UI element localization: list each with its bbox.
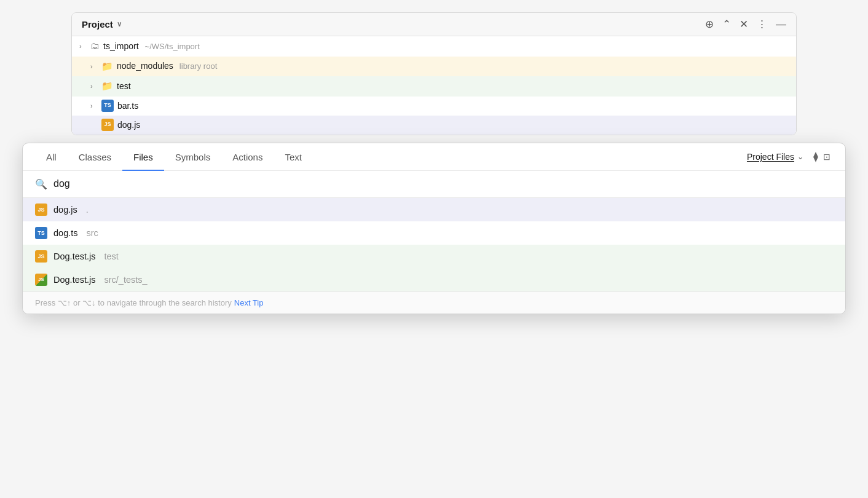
result-item-dog-test-js-2[interactable]: JS Dog.test.js src/_tests_ <box>23 268 845 291</box>
more-options-icon[interactable]: ⋮ <box>757 19 767 30</box>
js-test-file-icon: JS <box>35 274 47 286</box>
panel-title-label: Project <box>82 19 113 30</box>
tab-symbols[interactable]: Symbols <box>164 143 222 171</box>
close-icon[interactable]: ✕ <box>740 19 748 30</box>
result-label: dog.ts <box>53 228 78 238</box>
locate-icon[interactable]: ⊕ <box>705 19 714 30</box>
arrow-icon: › <box>79 41 87 52</box>
preview-icon[interactable]: ⊡ <box>821 149 833 164</box>
expand-collapse-icon[interactable]: ⌃ <box>722 19 731 30</box>
scope-label: Project Files <box>747 152 794 162</box>
panel-title-chevron-icon: ∨ <box>117 20 122 28</box>
tree-item-dog-js[interactable]: JS dog.js <box>72 116 796 135</box>
tree-item-node_modules[interactable]: › 📁 node_modules library root <box>72 57 796 77</box>
result-label: Dog.test.js <box>53 251 96 261</box>
panel-header: Project ∨ ⊕ ⌃ ✕ ⋮ — <box>72 13 796 36</box>
folder-icon: 📁 <box>101 60 113 74</box>
minimize-icon[interactable]: — <box>776 19 786 30</box>
tab-text[interactable]: Text <box>274 143 313 171</box>
tree-item-label: node_modules <box>117 60 173 73</box>
search-icon: 🔍 <box>35 178 47 190</box>
result-label: dog.js <box>53 205 77 215</box>
tree-item-label: test <box>117 80 131 93</box>
status-text: Press ⌥↑ or ⌥↓ to navigate through the s… <box>35 298 232 307</box>
tab-all[interactable]: All <box>35 143 68 171</box>
js-file-icon: JS <box>101 119 114 131</box>
search-input-area: 🔍 <box>23 171 845 198</box>
ts-file-icon: TS <box>101 100 114 112</box>
result-item-dog-js[interactable]: JS dog.js . <box>23 198 845 221</box>
search-popup: All Classes Files Symbols Actions Text P… <box>22 143 846 314</box>
tree-item-bar-ts[interactable]: › TS bar.ts <box>72 97 796 116</box>
tree-item-label: bar.ts <box>117 100 138 113</box>
tab-classes[interactable]: Classes <box>68 143 122 171</box>
search-input[interactable] <box>53 178 833 189</box>
search-tabs-bar: All Classes Files Symbols Actions Text P… <box>23 143 845 171</box>
filter-icon[interactable]: ⧫ <box>811 148 821 165</box>
project-panel: Project ∨ ⊕ ⌃ ✕ ⋮ — › 🗂 ts_import ~/WS/t… <box>71 12 797 135</box>
ts-file-icon: TS <box>35 227 47 239</box>
next-tip-button[interactable]: Next Tip <box>234 298 264 307</box>
panel-header-actions: ⊕ ⌃ ✕ ⋮ — <box>705 19 786 30</box>
search-results: JS dog.js . TS dog.ts src JS Dog.test.js… <box>23 198 845 291</box>
arrow-icon: › <box>90 101 98 111</box>
tree-item-label: ts_import <box>103 40 139 53</box>
result-path: src <box>87 228 98 238</box>
scope-dropdown[interactable]: Project Files ⌄ <box>747 152 803 162</box>
tree-item-badge: library root <box>180 60 217 73</box>
result-path: . <box>86 205 89 215</box>
tree-item-label: dog.js <box>117 119 140 132</box>
js-file-icon: JS <box>35 250 47 263</box>
result-path: test <box>105 251 119 261</box>
folder-icon: 📁 <box>101 79 113 93</box>
result-label: Dog.test.js <box>53 275 96 285</box>
result-path: src/_tests_ <box>105 275 148 285</box>
scope-chevron-icon: ⌄ <box>797 152 803 161</box>
arrow-icon: › <box>90 61 98 72</box>
arrow-icon: › <box>90 81 98 92</box>
result-item-dog-test-js-1[interactable]: JS Dog.test.js test <box>23 245 845 268</box>
js-file-icon: JS <box>35 204 47 216</box>
panel-title[interactable]: Project ∨ <box>82 19 122 30</box>
tree-item-ts_import[interactable]: › 🗂 ts_import ~/WS/ts_import <box>72 36 796 57</box>
tab-files[interactable]: Files <box>122 143 164 171</box>
tree-item-test[interactable]: › 📁 test <box>72 76 796 97</box>
tab-actions[interactable]: Actions <box>221 143 274 171</box>
project-tree: › 🗂 ts_import ~/WS/ts_import › 📁 node_mo… <box>72 36 796 135</box>
result-item-dog-ts[interactable]: TS dog.ts src <box>23 221 845 245</box>
tree-item-path: ~/WS/ts_import <box>145 41 200 53</box>
folder-icon: 🗂 <box>90 39 100 53</box>
search-status-bar: Press ⌥↑ or ⌥↓ to navigate through the s… <box>23 291 845 314</box>
